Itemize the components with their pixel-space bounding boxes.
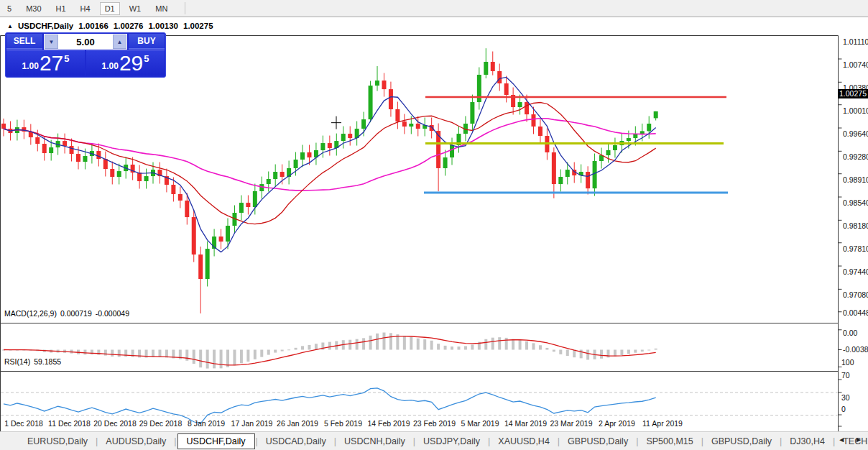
tab-divider: | [96, 436, 98, 446]
chart-tab-sp500-m15[interactable]: SP500,M15 [639, 434, 700, 449]
bar-close: 1.00275 [183, 22, 213, 30]
one-click-trading-panel: SELL ▼ ▲ BUY 1.00 27 5 1.00 29 5 [5, 32, 166, 78]
volume-decrease-button[interactable]: ▼ [45, 35, 58, 49]
ma-fast-line [4, 77, 656, 252]
macd-name: MACD(12,26,9) [4, 309, 57, 318]
collapse-arrow-icon[interactable]: ▲ [7, 23, 13, 29]
tab-divider: | [334, 436, 336, 446]
buy-price-button[interactable]: 1.00 29 5 [86, 50, 165, 75]
timeframe-button-w1[interactable]: W1 [124, 2, 147, 15]
bar-low: 1.00130 [148, 22, 178, 30]
chart-tab-gbpusd-daily[interactable]: GBPUSD,Daily [704, 434, 779, 449]
sell-price-button[interactable]: 1.00 27 5 [6, 50, 85, 75]
timeframe-button-m30[interactable]: M30 [21, 2, 46, 15]
tab-divider: | [833, 436, 835, 446]
symbol-header: ▲ USDCHF,Daily 1.00166 1.00276 1.00130 1… [7, 22, 213, 30]
timeframe-toolbar: 5M30H1H4D1W1MN [0, 0, 868, 17]
sell-button[interactable]: SELL [6, 34, 42, 50]
tab-divider: | [488, 436, 490, 446]
sell-big-figure: 1.00 [22, 61, 39, 71]
sell-pips: 27 [40, 52, 63, 74]
timeframe-button-h1[interactable]: H1 [51, 2, 71, 15]
tab-divider: | [558, 436, 560, 446]
volume-input[interactable] [58, 35, 113, 49]
macd-value: 0.000719 [60, 309, 92, 318]
chart-tab-usdjpy-daily[interactable]: USDJPY,Daily [416, 434, 487, 449]
tab-divider: | [174, 436, 176, 446]
timeframe-button-h4[interactable]: H4 [75, 2, 96, 15]
rsi-line [4, 388, 656, 423]
chart-window [0, 17, 868, 431]
volume-increase-button[interactable]: ▲ [113, 35, 126, 49]
rsi-value: 59.1855 [34, 357, 61, 366]
chart-tab-eurusd-daily[interactable]: EURUSD,Daily [20, 434, 95, 449]
macd-histogram [2, 333, 657, 369]
bar-high: 1.00276 [114, 22, 144, 30]
chart-tab-usdcad-daily[interactable]: USDCAD,Daily [259, 434, 333, 449]
buy-big-figure: 1.00 [102, 61, 119, 71]
timeframe-button-mn[interactable]: MN [150, 2, 172, 15]
macd-indicator-label: MACD(12,26,9) 0.000719 -0.000049 [4, 309, 129, 318]
chart-tab-usdchf-daily[interactable]: USDCHF,Daily [177, 433, 255, 449]
rsi-indicator-label: RSI(14) 59.1855 [4, 357, 61, 366]
sell-point: 5 [64, 53, 69, 64]
chart-tab-audusd-daily[interactable]: AUDUSD,Daily [98, 434, 173, 449]
macd-signal-value: -0.000049 [96, 309, 129, 318]
candlestick-series [1, 48, 658, 313]
chart-tab-usdcnh-daily[interactable]: USDCNH,Daily [337, 434, 412, 449]
volume-spinner: ▼ ▲ [44, 34, 127, 50]
chart-canvas[interactable] [0, 17, 868, 450]
tab-scroll-right-button[interactable]: ► [855, 436, 862, 444]
tab-divider: | [701, 436, 703, 446]
tab-divider: | [413, 436, 415, 446]
tab-divider: | [636, 436, 638, 446]
chart-tab-dj30-h4[interactable]: DJ30,H4 [782, 434, 832, 449]
timeframe-button-5[interactable]: 5 [2, 2, 17, 15]
tab-divider: | [780, 436, 782, 446]
buy-pips: 29 [119, 52, 143, 74]
macd-signal-line [4, 336, 656, 365]
tab-divider: | [256, 436, 258, 446]
timeframe-button-d1[interactable]: D1 [100, 2, 120, 15]
bar-open: 1.00166 [78, 22, 108, 30]
symbol-name: USDCHF,Daily [18, 22, 73, 30]
chart-tab-xauusd-h4[interactable]: XAUUSD,H4 [491, 434, 557, 449]
chart-tab-gbpusd-daily[interactable]: GBPUSD,Daily [560, 434, 635, 449]
current-price-tag: 1.00275 [838, 89, 868, 98]
tab-scroll-left-button[interactable]: ◄ [838, 436, 845, 444]
toolbar-separator [185, 2, 185, 14]
rsi-name: RSI(14) [4, 357, 30, 366]
buy-point: 5 [144, 53, 149, 64]
buy-button[interactable]: BUY [129, 34, 165, 50]
chart-tab-bar: EURUSD,Daily|AUDUSD,Daily|USDCHF,Daily|U… [0, 431, 868, 450]
